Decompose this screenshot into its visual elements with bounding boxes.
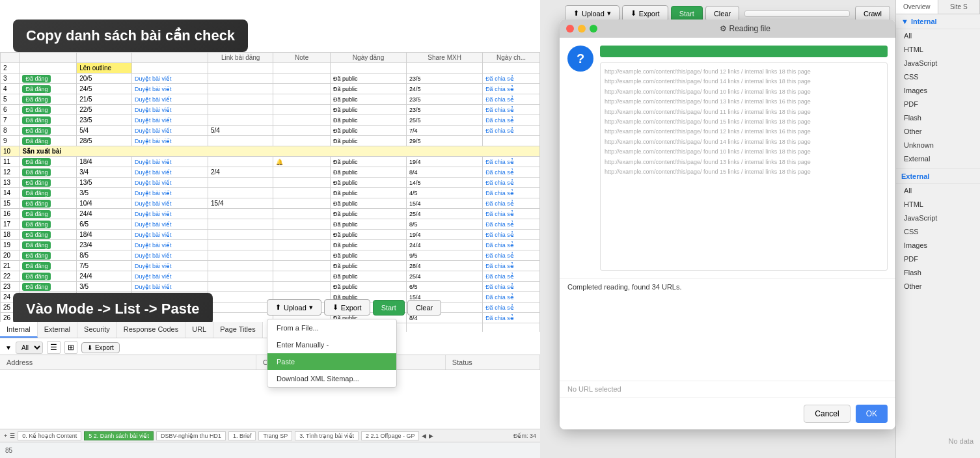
site-s-tab[interactable]: Site S xyxy=(938,0,981,14)
table-row[interactable]: 6Đã đăng22/5Duyệt bài viếtĐã public23/5Đ… xyxy=(1,105,540,115)
table-row[interactable]: 18Đã đăng18/4Duyệt bài viếtĐã public19/4… xyxy=(1,230,540,240)
table-row[interactable]: 17Đã đăng6/5Duyệt bài viếtĐã public8/5Đã… xyxy=(1,219,540,230)
table-row[interactable]: 11Đã đăng18/4Duyệt bài viết🔔Đã public19/… xyxy=(1,157,540,167)
export-button-lower[interactable]: ⬇ Export xyxy=(81,342,120,353)
table-row[interactable]: 14Đã đăng3/5Duyệt bài viếtĐã public4/5Đã… xyxy=(1,188,540,198)
modal-log[interactable]: http://example.com/content/this/page/ fo… xyxy=(600,62,888,271)
modal-titlebar: ⚙ Reading file xyxy=(560,20,895,38)
status-text: 85 xyxy=(5,447,12,454)
right-start-button[interactable]: Start xyxy=(671,6,703,21)
log-line: http://example.com/content/this/page/ fo… xyxy=(605,97,883,106)
nav-prev[interactable]: ◀ xyxy=(422,433,426,439)
right-clear-button[interactable]: Clear xyxy=(705,6,739,21)
export-label-lower: Export xyxy=(95,344,114,351)
ov-item-html[interactable]: HTML xyxy=(896,43,980,57)
tab-external[interactable]: External xyxy=(38,322,77,338)
sheet-tab[interactable]: Trang SP xyxy=(258,431,292,440)
minimize-button[interactable] xyxy=(578,25,586,33)
table-row[interactable]: 13Đã đăng13/5Duyệt bài viếtĐã public14/5… xyxy=(1,178,540,188)
menu-item-paste[interactable]: Paste xyxy=(267,353,396,370)
status-badge-green: Đã đăng xyxy=(22,75,51,83)
export-button[interactable]: ⬇ Export xyxy=(324,299,370,316)
cancel-button[interactable]: Cancel xyxy=(804,405,850,423)
log-line: http://example.com/content/this/page/ fo… xyxy=(605,127,883,136)
ov-item-flash[interactable]: Flash xyxy=(896,111,980,125)
ov-item-css[interactable]: CSS xyxy=(896,70,980,84)
table-row[interactable]: 9Đã đăng28/5Duyệt bài viếtĐã public29/5 xyxy=(1,136,540,146)
maximize-button[interactable] xyxy=(590,25,597,33)
grid-view-icon[interactable]: ⊞ xyxy=(64,341,77,354)
modal-icon: ? xyxy=(567,46,593,72)
sheet-tab[interactable]: 5 2. Danh sách bài viết xyxy=(84,431,154,440)
ov-item-other[interactable]: Other xyxy=(896,125,980,139)
tab-url[interactable]: URL xyxy=(185,322,213,338)
ov-ext-css[interactable]: CSS xyxy=(896,225,980,239)
status-badge-green: Đã đăng xyxy=(22,179,51,187)
sheet-tab[interactable]: 2 2.1 Offpage - GP xyxy=(361,431,419,440)
sheet-tab[interactable]: 3. Tình trạng bài viết xyxy=(295,431,359,440)
table-row[interactable]: 20Đã đăng8/5Duyệt bài viếtĐã public9/5Đã… xyxy=(1,250,540,261)
table-row[interactable]: 21Đã đăng7/5Duyệt bài viếtĐã public28/4Đ… xyxy=(1,261,540,271)
triangle-icon: ▼ xyxy=(901,18,908,25)
tab-security[interactable]: Security xyxy=(77,322,117,338)
table-row[interactable]: 2Lên outline xyxy=(1,63,540,74)
upload-button[interactable]: ⬆ Upload ▾ xyxy=(267,299,321,316)
clear-button[interactable]: Clear xyxy=(407,300,441,316)
sheet-tab[interactable]: 0. Kế hoạch Content xyxy=(18,431,81,440)
right-crawl-button[interactable]: Crawl xyxy=(855,6,890,21)
menu-item-file[interactable]: From a File... xyxy=(267,319,396,336)
sheet-tab[interactable]: DSBV-nghiệm thu HD1 xyxy=(156,431,226,440)
no-url-section: No URL selected xyxy=(560,381,895,397)
table-row[interactable]: 8Đã đăng5/4Duyệt bài viết5/4Đã public7/4… xyxy=(1,126,540,136)
tab-page-titles[interactable]: Page Titles xyxy=(213,322,262,338)
table-row[interactable]: 5Đã đăng21/5Duyệt bài viếtĐã public23/5Đ… xyxy=(1,94,540,105)
table-row[interactable]: 3Đã đăng20/5Duyệt bài viếtĐã public23/5Đ… xyxy=(1,74,540,84)
ov-ext-pdf[interactable]: PDF xyxy=(896,252,980,266)
ov-ext-html[interactable]: HTML xyxy=(896,198,980,211)
table-row[interactable]: 19Đã đăng23/4Duyệt bài viếtĐã public24/4… xyxy=(1,240,540,250)
progress-bar-container xyxy=(600,46,888,57)
ov-ext-all[interactable]: All xyxy=(896,184,980,198)
status-bar: 85 xyxy=(0,442,540,458)
ov-ext-flash[interactable]: Flash xyxy=(896,266,980,280)
table-row[interactable]: 16Đã đăng24/4Duyệt bài viếtĐã public25/4… xyxy=(1,209,540,219)
tab-response-codes[interactable]: Response Codes xyxy=(117,322,185,338)
ov-item-pdf[interactable]: PDF xyxy=(896,98,980,111)
overview-tab[interactable]: Overview xyxy=(896,0,938,14)
ov-ext-javascript[interactable]: JavaScript xyxy=(896,211,980,225)
right-export-icon: ⬇ xyxy=(631,9,636,18)
ov-item-unknown[interactable]: Unknown xyxy=(896,139,980,152)
ov-item-images[interactable]: Images xyxy=(896,84,980,98)
ov-item-external[interactable]: External xyxy=(896,152,980,166)
nav-next[interactable]: ▶ xyxy=(429,433,433,439)
table-row[interactable]: 22Đã đăng24/4Duyệt bài viếtĐã public25/4… xyxy=(1,271,540,282)
status-badge-green: Đã đăng xyxy=(22,106,51,114)
ov-ext-images[interactable]: Images xyxy=(896,239,980,252)
ov-ext-other[interactable]: Other xyxy=(896,280,980,293)
status-badge-green: Đã đăng xyxy=(22,158,51,166)
right-export-label: Export xyxy=(639,10,660,18)
ok-button[interactable]: OK xyxy=(856,405,888,423)
menu-item-manual[interactable]: Enter Manually - xyxy=(267,336,396,353)
start-button[interactable]: Start xyxy=(373,300,405,316)
status-badge-green: Đã đăng xyxy=(22,241,51,249)
ov-item-javascript[interactable]: JavaScript xyxy=(896,57,980,70)
menu-item-sitemap[interactable]: Download XML Sitemap... xyxy=(267,370,396,387)
table-row[interactable]: 12Đã đăng3/4Duyệt bài viết2/4Đã public8/… xyxy=(1,167,540,178)
table-row[interactable]: 23Đã đăng3/5Duyệt bài viếtĐã public6/5Đã… xyxy=(1,282,540,292)
table-row[interactable]: 15Đã đăng10/4Duyệt bài viết15/4Đã public… xyxy=(1,198,540,209)
upload-dropdown-icon: ▾ xyxy=(309,303,313,312)
close-button[interactable] xyxy=(566,25,574,33)
status-badge-green: Đã đăng xyxy=(22,137,51,145)
log-line: http://example.com/content/this/page/ fo… xyxy=(605,107,883,116)
table-row[interactable]: 7Đã đăng23/5Duyệt bài viếtĐã public25/5Đ… xyxy=(1,115,540,126)
filter-select[interactable]: All xyxy=(16,342,43,354)
sheet-tab[interactable]: 1. Brief xyxy=(228,431,256,440)
ov-item-all[interactable]: All xyxy=(896,29,980,43)
status-badge-green: Đã đăng xyxy=(22,116,51,124)
list-view-icon[interactable]: ☰ xyxy=(47,341,61,354)
crawl-input[interactable] xyxy=(744,10,850,17)
tab-icon: + xyxy=(4,433,7,439)
tab-internal[interactable]: Internal xyxy=(0,322,38,338)
table-row[interactable]: 4Đã đăng24/5Duyệt bài viếtĐã public24/5Đ… xyxy=(1,84,540,94)
